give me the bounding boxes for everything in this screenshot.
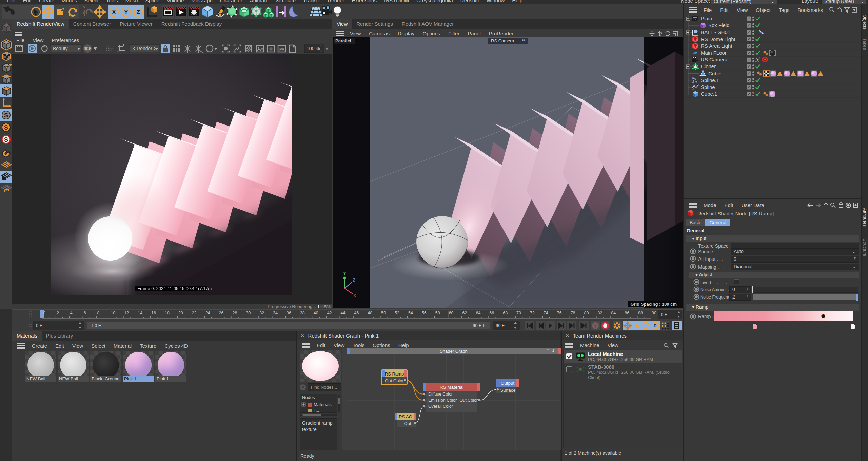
svg-text:R: R — [83, 13, 85, 17]
svg-text:72: 72 — [530, 311, 535, 315]
svg-text:Plain: Plain — [701, 16, 712, 21]
svg-text:‖ 0 F: ‖ 0 F — [92, 323, 101, 328]
svg-text:18: 18 — [165, 311, 170, 315]
svg-text:S: S — [4, 136, 8, 143]
svg-text:Emission Color: Emission Color — [428, 398, 457, 403]
svg-text:20: 20 — [178, 311, 183, 315]
svg-text:12: 12 — [124, 311, 129, 315]
svg-text:0: 0 — [43, 311, 45, 315]
svg-text:»: » — [326, 46, 328, 51]
svg-text:8: 8 — [97, 311, 100, 315]
svg-text:Overall Color: Overall Color — [428, 404, 453, 409]
svg-text:52: 52 — [395, 311, 399, 315]
svg-text:RS AO: RS AO — [399, 414, 412, 419]
svg-text:82: 82 — [597, 311, 602, 315]
svg-text:6: 6 — [84, 311, 86, 315]
svg-text:84: 84 — [611, 311, 616, 315]
svg-text:66: 66 — [489, 311, 494, 315]
svg-text:Y: Y — [343, 271, 346, 276]
svg-text:30: 30 — [246, 311, 251, 315]
svg-text:Spline: Spline — [701, 84, 715, 90]
svg-text:88: 88 — [638, 311, 643, 315]
svg-text:24: 24 — [205, 311, 210, 315]
svg-text:RS Ramp: RS Ramp — [385, 371, 404, 377]
svg-text:Spline.1: Spline.1 — [701, 77, 719, 83]
svg-text:Diffuse Color: Diffuse Color — [428, 392, 453, 397]
svg-text:RS Area Light: RS Area Light — [701, 43, 732, 49]
svg-text:14: 14 — [138, 311, 142, 315]
svg-text:48: 48 — [368, 311, 372, 315]
svg-text:4: 4 — [70, 311, 73, 315]
svg-text:16: 16 — [151, 311, 156, 315]
svg-text:0 F: 0 F — [36, 323, 42, 328]
svg-text:86: 86 — [625, 311, 629, 315]
svg-text:90 F ‖: 90 F ‖ — [473, 323, 485, 328]
svg-text:Cube.1: Cube.1 — [701, 91, 717, 97]
svg-text:50: 50 — [381, 311, 386, 315]
svg-text:Main FLoor: Main FLoor — [701, 50, 727, 56]
svg-text:RGB: RGB — [84, 47, 91, 51]
svg-text:46: 46 — [354, 311, 359, 315]
svg-text:80: 80 — [584, 311, 589, 315]
svg-text:Out Color: Out Color — [460, 398, 478, 403]
svg-text:10: 10 — [111, 311, 115, 315]
svg-text:100 %: 100 % — [307, 46, 320, 51]
svg-text:40: 40 — [314, 311, 318, 315]
svg-text:Z: Z — [353, 278, 355, 283]
svg-text:62: 62 — [462, 311, 467, 315]
svg-text:RS Material: RS Material — [440, 385, 464, 390]
svg-text:RS Dome Light: RS Dome Light — [701, 36, 736, 42]
svg-text:32: 32 — [259, 311, 264, 315]
svg-text:Out Color: Out Color — [385, 378, 404, 383]
svg-text:RS Camera: RS Camera — [701, 57, 728, 62]
svg-text:74: 74 — [544, 311, 548, 315]
svg-text:PV: PV — [279, 47, 284, 51]
svg-text:S: S — [4, 124, 8, 131]
svg-text:38: 38 — [300, 311, 305, 315]
svg-text:Z: Z — [137, 9, 140, 15]
svg-text:P: P — [654, 323, 657, 328]
svg-text:22: 22 — [192, 311, 197, 315]
svg-text:Output: Output — [501, 381, 515, 386]
svg-text:36: 36 — [287, 311, 291, 315]
svg-text:BALL - SH01: BALL - SH01 — [701, 29, 730, 35]
svg-text:Out: Out — [404, 421, 411, 426]
svg-text:X: X — [112, 9, 116, 15]
svg-text:G: G — [201, 50, 204, 53]
svg-text:42: 42 — [327, 311, 332, 315]
svg-text:0 F: 0 F — [661, 312, 667, 317]
svg-text:58: 58 — [435, 311, 440, 315]
svg-text:Surface: Surface — [500, 388, 516, 393]
svg-text:X: X — [353, 293, 356, 298]
svg-text:34: 34 — [273, 311, 278, 315]
svg-text:Cloner: Cloner — [701, 63, 716, 69]
svg-text:70: 70 — [516, 311, 521, 315]
svg-text:90 F: 90 F — [496, 323, 505, 328]
svg-text:28: 28 — [232, 311, 237, 315]
svg-text:90: 90 — [652, 311, 656, 315]
svg-text:76: 76 — [557, 311, 562, 315]
svg-text:Frame 0: 2024-11-05 15:00:4: Frame 0: 2024-11-05 15:00:42 (7.17s) — [137, 286, 212, 291]
svg-text:68: 68 — [503, 311, 508, 315]
svg-text:Box Field: Box Field — [708, 22, 730, 28]
svg-text:64: 64 — [476, 311, 480, 315]
svg-text:Shader Graph: Shader Graph — [440, 349, 468, 354]
svg-text:78: 78 — [571, 311, 575, 315]
svg-text:44: 44 — [341, 311, 346, 315]
svg-text:Beauty: Beauty — [53, 46, 68, 51]
svg-text:Cube: Cube — [708, 71, 721, 76]
svg-text:26: 26 — [219, 311, 224, 315]
svg-text:S: S — [4, 112, 8, 119]
svg-text:56: 56 — [422, 311, 427, 315]
svg-text:Y: Y — [124, 9, 128, 15]
svg-text:54: 54 — [408, 311, 413, 315]
svg-text:60: 60 — [449, 311, 454, 315]
svg-text:2: 2 — [57, 311, 59, 315]
svg-text:< Render >: < Render > — [133, 46, 156, 51]
